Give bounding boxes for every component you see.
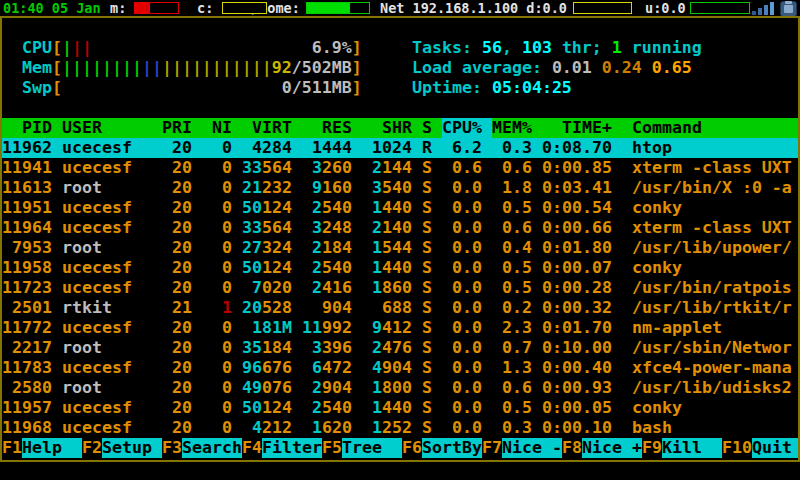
process-row[interactable]: 2501rtkit21120528904688S0.00.20:00.32/us… [2,298,798,318]
column-header-pri[interactable]: PRI [162,118,192,138]
meter-bar-segment: |||||||| [62,58,142,77]
cell-pri: 20 [162,418,192,438]
memory-meter: Mem[|||||||||||||||||||||92/502MB] [22,58,362,78]
process-row-selected[interactable]: 11962ucecesf200428414441024R6.20.30:08.7… [2,138,798,158]
column-header-cpu[interactable]: CPU% [442,118,492,138]
cell-shr-value: 1024 [372,138,412,157]
cell-res-value: 396 [322,338,352,357]
cell-shr-value: 440 [382,398,412,417]
cell-cpu-percent: 0.0 [442,398,482,418]
signal-bar [764,5,768,15]
cell-command: /usr/lib/rtkit/r [632,298,798,318]
column-header-mem[interactable]: MEM% [492,118,532,138]
cell-shr-value: 860 [382,278,412,297]
meter-bar-segment: || [72,38,92,57]
cell-virt-value: 4284 [252,138,292,157]
cell-state: S [422,238,432,258]
mem-gauge-label: m: [110,0,126,16]
process-row[interactable]: 11964ucecesf2003356432482140S0.00.60:00.… [2,218,798,238]
cell-pri: 20 [162,378,192,398]
cell-shr-value: 688 [382,298,412,317]
column-header-user[interactable]: USER [62,118,102,138]
htop-terminal-window: CPU[||| 6.9%] Mem[|||||||||||||||||||||9… [0,16,800,462]
process-row[interactable]: 2580root2004907629041800S0.00.60:00.93/u… [2,378,798,398]
cell-pri: 20 [162,338,192,358]
cell-shr: 1860 [352,278,412,298]
column-header-virt[interactable]: VIRT [252,118,292,138]
cell-cpu-percent: 0.0 [442,298,482,318]
process-row[interactable]: 11968ucecesf200421216201252S0.00.30:00.1… [2,418,798,438]
cell-pid: 7953 [2,238,52,258]
cell-pri: 20 [162,138,192,158]
cell-virt: 20528 [232,298,292,318]
process-row[interactable]: 11613root2002123291603540S0.01.80:03.41/… [2,178,798,198]
cell-command: htop [632,138,798,158]
cell-ni: 0 [202,418,232,438]
fkey-label: Nice - [502,438,562,458]
cell-res: 2540 [292,398,352,418]
column-header-res[interactable]: RES [322,118,352,138]
cell-res-magnitude: 9 [312,178,322,197]
meter-value: /502MB [292,58,352,77]
net-up-text: u:0.0 [645,0,686,16]
cell-virt-value: 020 [262,278,292,297]
process-row[interactable]: 11772ucecesf200181M119929412S0.02.30:01.… [2,318,798,338]
cell-cpu-percent: 0.0 [442,278,482,298]
signal-strength-icon [752,2,776,15]
column-header-shr[interactable]: SHR [382,118,412,138]
cell-time: 0:00.10 [532,418,612,438]
process-row[interactable]: 11958ucecesf2005012425401440S0.00.50:00.… [2,258,798,278]
cell-pid: 11613 [2,178,52,198]
cell-virt-magnitude: 49 [242,378,262,397]
fkey-number: F4 [242,438,262,458]
cell-command: bash [632,418,798,438]
cell-ni: 0 [202,318,232,338]
cell-pri: 20 [162,238,192,258]
cell-user: ucecesf [62,278,152,298]
process-row[interactable]: 2217root2003518433962476S0.00.70:10.00/u… [2,338,798,358]
cell-shr-value: 144 [382,158,412,177]
fkey-number: F9 [642,438,662,458]
column-header-ni[interactable]: NI [212,118,232,138]
column-header-state[interactable]: S [422,118,432,138]
cell-time: 0:00.32 [532,298,612,318]
meter-padding [92,38,312,57]
cell-res-value: 620 [322,418,352,437]
cell-virt-magnitude: 33 [242,218,262,237]
column-header-pid[interactable]: PID [22,118,52,138]
cell-virt-magnitude: 4 [252,418,262,437]
fkey-number: F5 [322,438,342,458]
cell-command: conky [632,398,798,418]
cell-command: /usr/lib/udisks2 [632,378,798,398]
column-header-time[interactable]: TIME+ [562,118,612,138]
cell-res: 3248 [292,218,352,238]
cell-shr-magnitude: 1 [372,238,382,257]
cell-virt: 49076 [232,378,292,398]
cell-res: 6472 [292,358,352,378]
cell-pri: 20 [162,318,192,338]
cell-mem-percent: 0.3 [492,138,532,158]
process-row[interactable]: 7953root2002732421841544S0.00.40:01.80/u… [2,238,798,258]
process-row[interactable]: 11783ucecesf2009667664724904S0.01.30:00.… [2,358,798,378]
cell-res-magnitude: 2 [312,398,322,417]
summary-segment: Uptime: [412,78,492,97]
process-row[interactable]: 11951ucecesf2005012425401440S0.00.50:00.… [2,198,798,218]
cell-command: conky [632,258,798,278]
cell-pri: 20 [162,198,192,218]
process-row[interactable]: 11723ucecesf200702024161860S0.00.50:00.2… [2,278,798,298]
cell-time: 0:00.28 [532,278,612,298]
fkey-label: SortBy [422,438,482,458]
cell-virt-value: 124 [262,398,292,417]
battery-icon [780,1,797,17]
cell-res: 2416 [292,278,352,298]
process-row[interactable]: 11941ucecesf2003356432602144S0.60.60:00.… [2,158,798,178]
cell-res-value: 540 [322,258,352,277]
cell-time: 0:10.00 [532,338,612,358]
cell-time: 0:01.70 [532,318,612,338]
cell-command: /usr/bin/ratpois [632,278,798,298]
process-row[interactable]: 11957ucecesf2005012425401440S0.00.50:00.… [2,398,798,418]
fkey-number: F7 [482,438,502,458]
cell-res: 9160 [292,178,352,198]
summary-segment: Load average: [412,58,552,77]
column-header-command[interactable]: Command [632,118,702,138]
